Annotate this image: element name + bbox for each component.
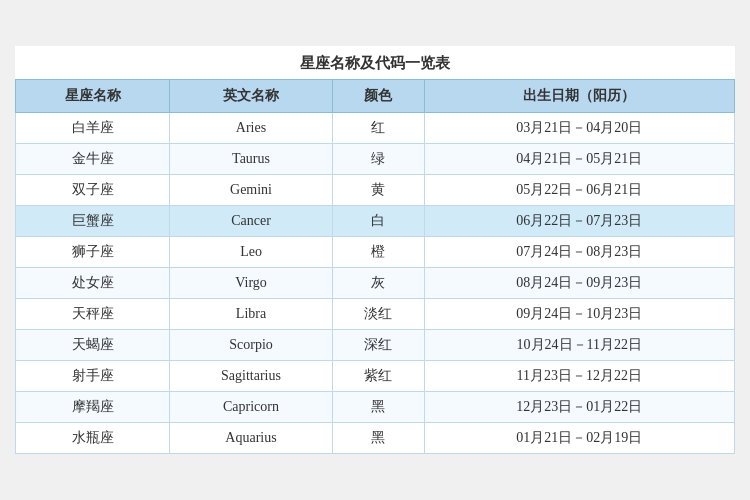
zodiac-dates: 12月23日－01月22日 bbox=[424, 392, 735, 423]
header-chinese: 星座名称 bbox=[16, 80, 170, 113]
zodiac-chinese: 处女座 bbox=[16, 268, 170, 299]
zodiac-chinese: 水瓶座 bbox=[16, 423, 170, 454]
zodiac-english: Aquarius bbox=[170, 423, 333, 454]
zodiac-english: Gemini bbox=[170, 175, 333, 206]
main-container: 星座名称及代码一览表 星座名称 英文名称 颜色 出生日期（阳历） 白羊座Arie… bbox=[15, 46, 735, 454]
zodiac-english: Virgo bbox=[170, 268, 333, 299]
zodiac-color: 紫红 bbox=[332, 361, 424, 392]
zodiac-color: 橙 bbox=[332, 237, 424, 268]
zodiac-dates: 10月24日－11月22日 bbox=[424, 330, 735, 361]
zodiac-table: 星座名称 英文名称 颜色 出生日期（阳历） 白羊座Aries红03月21日－04… bbox=[15, 79, 735, 454]
zodiac-dates: 03月21日－04月20日 bbox=[424, 113, 735, 144]
zodiac-dates: 04月21日－05月21日 bbox=[424, 144, 735, 175]
zodiac-chinese: 金牛座 bbox=[16, 144, 170, 175]
zodiac-color: 白 bbox=[332, 206, 424, 237]
zodiac-english: Capricorn bbox=[170, 392, 333, 423]
zodiac-english: Aries bbox=[170, 113, 333, 144]
zodiac-english: Leo bbox=[170, 237, 333, 268]
header-dates: 出生日期（阳历） bbox=[424, 80, 735, 113]
zodiac-dates: 06月22日－07月23日 bbox=[424, 206, 735, 237]
page-title: 星座名称及代码一览表 bbox=[15, 46, 735, 79]
header-english: 英文名称 bbox=[170, 80, 333, 113]
zodiac-english: Scorpio bbox=[170, 330, 333, 361]
zodiac-color: 红 bbox=[332, 113, 424, 144]
table-row: 狮子座Leo橙07月24日－08月23日 bbox=[16, 237, 735, 268]
zodiac-color: 灰 bbox=[332, 268, 424, 299]
zodiac-chinese: 双子座 bbox=[16, 175, 170, 206]
zodiac-dates: 08月24日－09月23日 bbox=[424, 268, 735, 299]
zodiac-color: 淡红 bbox=[332, 299, 424, 330]
table-row: 射手座Sagittarius紫红11月23日－12月22日 bbox=[16, 361, 735, 392]
zodiac-dates: 11月23日－12月22日 bbox=[424, 361, 735, 392]
zodiac-chinese: 天秤座 bbox=[16, 299, 170, 330]
zodiac-dates: 01月21日－02月19日 bbox=[424, 423, 735, 454]
zodiac-english: Cancer bbox=[170, 206, 333, 237]
zodiac-color: 黄 bbox=[332, 175, 424, 206]
zodiac-english: Sagittarius bbox=[170, 361, 333, 392]
zodiac-color: 深红 bbox=[332, 330, 424, 361]
table-row: 水瓶座Aquarius黑01月21日－02月19日 bbox=[16, 423, 735, 454]
table-row: 白羊座Aries红03月21日－04月20日 bbox=[16, 113, 735, 144]
zodiac-chinese: 白羊座 bbox=[16, 113, 170, 144]
table-row: 摩羯座Capricorn黑12月23日－01月22日 bbox=[16, 392, 735, 423]
table-header-row: 星座名称 英文名称 颜色 出生日期（阳历） bbox=[16, 80, 735, 113]
header-color: 颜色 bbox=[332, 80, 424, 113]
zodiac-chinese: 狮子座 bbox=[16, 237, 170, 268]
zodiac-chinese: 天蝎座 bbox=[16, 330, 170, 361]
zodiac-dates: 07月24日－08月23日 bbox=[424, 237, 735, 268]
zodiac-color: 黑 bbox=[332, 392, 424, 423]
zodiac-color: 绿 bbox=[332, 144, 424, 175]
zodiac-dates: 09月24日－10月23日 bbox=[424, 299, 735, 330]
table-row: 巨蟹座Cancer白06月22日－07月23日 bbox=[16, 206, 735, 237]
table-row: 天秤座Libra淡红09月24日－10月23日 bbox=[16, 299, 735, 330]
zodiac-chinese: 摩羯座 bbox=[16, 392, 170, 423]
table-row: 金牛座Taurus绿04月21日－05月21日 bbox=[16, 144, 735, 175]
zodiac-english: Taurus bbox=[170, 144, 333, 175]
table-row: 处女座Virgo灰08月24日－09月23日 bbox=[16, 268, 735, 299]
table-row: 双子座Gemini黄05月22日－06月21日 bbox=[16, 175, 735, 206]
zodiac-chinese: 射手座 bbox=[16, 361, 170, 392]
table-row: 天蝎座Scorpio深红10月24日－11月22日 bbox=[16, 330, 735, 361]
zodiac-dates: 05月22日－06月21日 bbox=[424, 175, 735, 206]
zodiac-chinese: 巨蟹座 bbox=[16, 206, 170, 237]
zodiac-color: 黑 bbox=[332, 423, 424, 454]
zodiac-english: Libra bbox=[170, 299, 333, 330]
